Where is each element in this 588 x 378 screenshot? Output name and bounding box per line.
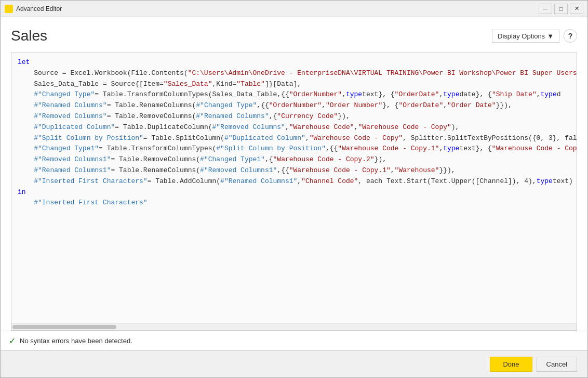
display-options-button[interactable]: Display Options ▼ bbox=[492, 30, 559, 43]
code-line-13: in bbox=[11, 187, 577, 198]
code-line-5: #"Renamed Columns" = Table.RenameColumns… bbox=[11, 100, 577, 111]
status-message: No syntax errors have been detected. bbox=[20, 337, 132, 345]
header-row: Sales Display Options ▼ ? bbox=[11, 28, 577, 44]
status-bar: ✓ No syntax errors have been detected. bbox=[1, 331, 587, 350]
maximize-button[interactable]: □ bbox=[554, 4, 568, 14]
code-line-8: #"Split Column by Position" = Table.Spli… bbox=[11, 133, 577, 144]
app-icon: ⚡ bbox=[5, 5, 13, 13]
code-line-12: #"Inserted First Characters" = Table.Add… bbox=[11, 176, 577, 187]
code-line-7: #"Duplicated Column" = Table.DuplicateCo… bbox=[11, 122, 577, 133]
code-line-9: #"Changed Type1" = Table.TransformColumn… bbox=[11, 144, 577, 154]
scrollbar-thumb[interactable] bbox=[12, 325, 116, 329]
main-window: ⚡ Advanced Editor ─ □ ✕ Sales Display Op… bbox=[0, 0, 588, 378]
title-bar-text: Advanced Editor bbox=[16, 5, 539, 12]
code-line-10: #"Removed Columns1" = Table.RemoveColumn… bbox=[11, 154, 577, 165]
footer-bar: Done Cancel bbox=[1, 350, 587, 377]
help-button[interactable]: ? bbox=[564, 29, 577, 43]
code-line-1: let bbox=[11, 57, 577, 68]
title-bar: ⚡ Advanced Editor ─ □ ✕ bbox=[1, 1, 587, 17]
chevron-down-icon: ▼ bbox=[547, 32, 554, 40]
content-area: Sales Display Options ▼ ? let Source = E… bbox=[1, 17, 587, 331]
close-button[interactable]: ✕ bbox=[570, 4, 583, 14]
minimize-button[interactable]: ─ bbox=[539, 4, 552, 14]
code-line-3: Sales_Data_Table = Source{[Item="Sales_D… bbox=[11, 79, 577, 90]
display-options-label: Display Options bbox=[498, 32, 545, 40]
done-button[interactable]: Done bbox=[490, 357, 532, 372]
code-line-11: #"Renamed Columns1" = Table.RenameColumn… bbox=[11, 165, 577, 176]
code-area[interactable]: let Source = Excel.Workbook(File.Content… bbox=[11, 53, 577, 323]
editor-container[interactable]: let Source = Excel.Workbook(File.Content… bbox=[11, 53, 577, 331]
code-line-14: #"Inserted First Characters" bbox=[11, 198, 577, 208]
cancel-button[interactable]: Cancel bbox=[537, 357, 577, 372]
horizontal-scrollbar[interactable] bbox=[11, 323, 577, 330]
status-check-icon: ✓ bbox=[9, 336, 16, 346]
query-title: Sales bbox=[11, 28, 47, 44]
code-line-6: #"Removed Columns" = Table.RemoveColumns… bbox=[11, 111, 577, 122]
header-right: Display Options ▼ ? bbox=[492, 29, 577, 43]
code-line-2: Source = Excel.Workbook(File.Contents("C… bbox=[11, 68, 577, 79]
code-line-4: #"Changed Type" = Table.TransformColumnT… bbox=[11, 89, 577, 100]
title-bar-controls: ─ □ ✕ bbox=[539, 4, 583, 14]
